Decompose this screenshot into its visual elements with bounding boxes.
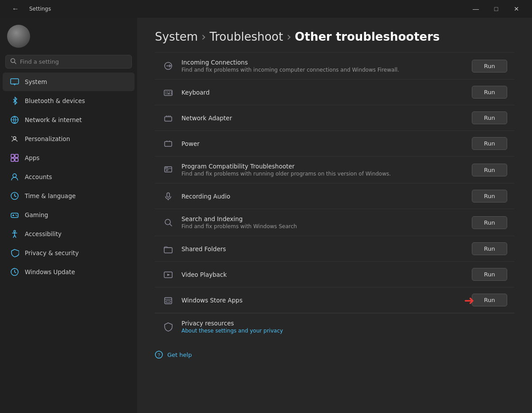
main-layout: System Bluetooth & devices Network & int… [0, 18, 532, 413]
nav-label-gaming: Gaming [25, 211, 48, 218]
search-input[interactable] [20, 58, 127, 65]
item-icon-windows-store-apps [162, 294, 174, 306]
nav-icon-bluetooth [10, 96, 19, 106]
content-area: System › Troubleshoot › Other troublesho… [137, 18, 532, 413]
run-button-recording-audio[interactable]: Run [472, 190, 507, 203]
troubleshooter-item-network-adapter: Network Adapter Run [155, 105, 514, 130]
privacy-resources-item: Privacy resources About these settings a… [155, 313, 514, 340]
breadcrumb-troubleshoot: Troubleshoot [209, 30, 283, 43]
svg-rect-42 [167, 193, 170, 197]
breadcrumb-current: Other troubleshooters [295, 30, 439, 43]
svg-rect-10 [15, 158, 18, 161]
item-icon-shared-folders [162, 243, 174, 255]
breadcrumb-sep2: › [287, 30, 291, 43]
item-icon-incoming-connections [162, 60, 174, 72]
run-button-shared-folders[interactable]: Run [472, 242, 507, 255]
sidebar-item-apps[interactable]: Apps [3, 149, 135, 167]
run-button-keyboard[interactable]: Run [472, 86, 507, 99]
item-text-program-compatibility: Program Compatibility Troubleshooter Fin… [181, 163, 465, 177]
troubleshooter-item-shared-folders: Shared Folders Run [155, 236, 514, 261]
titlebar-controls: — □ ✕ [466, 2, 527, 16]
close-button[interactable]: ✕ [506, 2, 527, 16]
item-text-network-adapter: Network Adapter [181, 115, 465, 122]
item-icon-video-playback [162, 268, 174, 281]
run-button-network-adapter[interactable]: Run [472, 111, 507, 124]
item-title-windows-store-apps: Windows Store Apps [181, 297, 465, 304]
run-button-power[interactable]: Run [472, 137, 507, 150]
svg-rect-7 [11, 154, 14, 157]
sidebar-item-system[interactable]: System [3, 73, 135, 91]
run-button-search-indexing[interactable]: Run [472, 216, 507, 229]
troubleshooter-item-video-playback: Video Playback Run [155, 261, 514, 287]
svg-rect-33 [165, 141, 172, 146]
sidebar-item-gaming[interactable]: Gaming [3, 206, 135, 224]
svg-rect-23 [167, 92, 168, 92]
breadcrumb-sep1: › [201, 30, 206, 43]
minimize-button[interactable]: — [466, 2, 486, 16]
sidebar-item-bluetooth[interactable]: Bluetooth & devices [3, 92, 135, 110]
item-text-incoming-connections: Incoming Connections Find and fix proble… [181, 59, 465, 73]
svg-rect-28 [171, 93, 172, 94]
svg-rect-8 [15, 154, 18, 157]
troubleshooter-item-recording-audio: Recording Audio Run [155, 183, 514, 209]
breadcrumb: System › Troubleshoot › Other troublesho… [155, 30, 514, 43]
nav-icon-apps [10, 153, 19, 163]
nav-icon-accessibility [10, 229, 19, 239]
search-icon [10, 58, 16, 65]
svg-rect-13 [11, 213, 18, 218]
item-title-keyboard: Keyboard [181, 89, 465, 96]
svg-point-38 [166, 167, 166, 168]
svg-point-16 [15, 214, 16, 215]
troubleshooter-item-program-compatibility: Program Compatibility Troubleshooter Fin… [155, 156, 514, 183]
privacy-resources-link[interactable]: About these settings and your privacy [181, 328, 507, 334]
svg-rect-27 [167, 93, 170, 94]
sidebar-item-accessibility[interactable]: Accessibility [3, 225, 135, 243]
item-icon-keyboard [162, 86, 174, 99]
back-button[interactable]: ← [5, 2, 26, 16]
get-help-footer[interactable]: ? Get help [137, 344, 532, 366]
run-button-program-compatibility[interactable]: Run [472, 164, 507, 176]
svg-rect-51 [166, 301, 170, 302]
maximize-button[interactable]: □ [486, 2, 506, 16]
item-title-search-indexing: Search and Indexing [181, 215, 465, 222]
sidebar-item-accounts[interactable]: Accounts [3, 168, 135, 186]
nav-label-accounts: Accounts [25, 173, 52, 180]
svg-line-1 [15, 62, 16, 64]
sidebar-item-time[interactable]: Time & language [3, 187, 135, 205]
item-text-recording-audio: Recording Audio [181, 193, 465, 200]
svg-rect-46 [164, 248, 172, 253]
nav-icon-accounts [10, 172, 19, 182]
item-icon-search-indexing [162, 216, 174, 229]
item-text-windows-store-apps: Windows Store Apps [181, 297, 465, 304]
item-text-keyboard: Keyboard [181, 89, 465, 96]
privacy-icon [162, 321, 174, 333]
sidebar-item-network[interactable]: Network & internet [3, 111, 135, 129]
run-button-windows-store-apps[interactable]: Run [472, 294, 507, 306]
nav-label-privacy: Privacy & security [25, 249, 79, 256]
item-text-search-indexing: Search and Indexing Find and fix problem… [181, 215, 465, 229]
svg-rect-2 [11, 79, 19, 84]
item-icon-recording-audio [162, 190, 174, 203]
item-icon-network-adapter [162, 112, 174, 124]
svg-rect-9 [11, 158, 14, 161]
troubleshooter-list: Incoming Connections Find and fix proble… [137, 52, 532, 313]
item-title-incoming-connections: Incoming Connections [181, 59, 465, 66]
sidebar-item-privacy[interactable]: Privacy & security [3, 244, 135, 262]
svg-rect-29 [165, 117, 172, 121]
nav-icon-time [10, 191, 19, 201]
nav-icon-update [10, 267, 19, 277]
item-subtitle-program-compatibility: Find and fix problems with running older… [181, 171, 465, 177]
breadcrumb-system: System [155, 30, 198, 43]
sidebar-item-personalization[interactable]: Personalization [3, 130, 135, 148]
run-button-video-playback[interactable]: Run [472, 268, 507, 281]
run-button-incoming-connections[interactable]: Run [472, 60, 507, 73]
nav-icon-network [10, 115, 19, 125]
search-box[interactable] [5, 55, 132, 69]
item-text-shared-folders: Shared Folders [181, 245, 465, 252]
titlebar-left: ← Settings [5, 2, 51, 16]
item-text-video-playback: Video Playback [181, 271, 465, 278]
nav-label-apps: Apps [25, 154, 39, 161]
nav-label-system: System [25, 78, 47, 85]
troubleshooter-item-power: Power Run [155, 130, 514, 156]
sidebar-item-update[interactable]: Windows Update [3, 263, 135, 281]
